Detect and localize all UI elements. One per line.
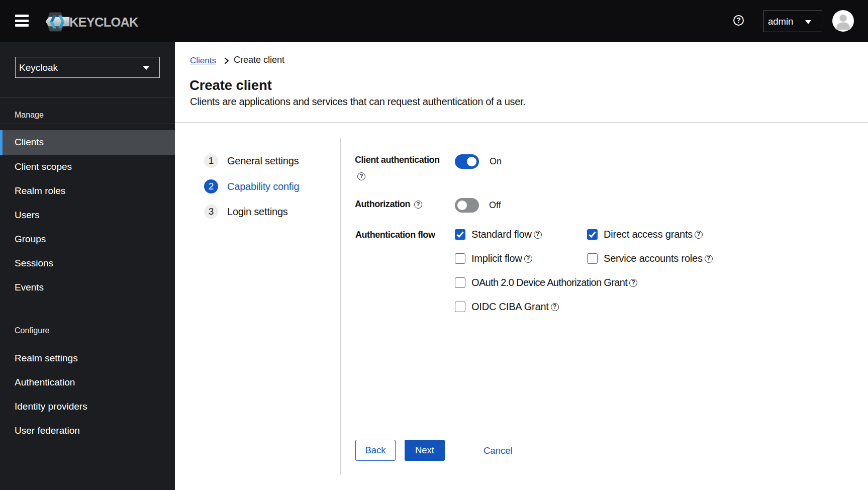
svg-text:KEYCLOAK: KEYCLOAK [69,15,139,29]
